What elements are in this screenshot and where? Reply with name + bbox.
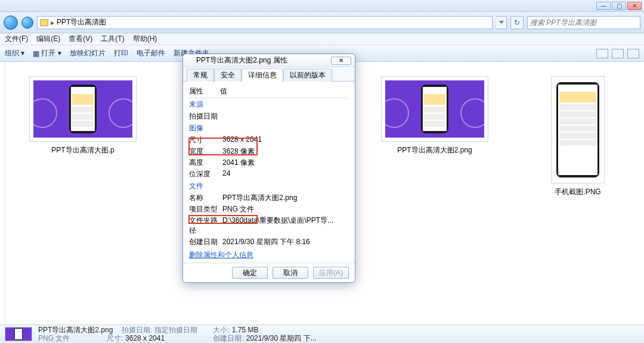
prop-val: 2041 像素	[222, 158, 349, 168]
menu-bar: 文件(F) 编辑(E) 查看(V) 工具(T) 帮助(H)	[0, 33, 644, 45]
tab-security[interactable]: 安全	[214, 68, 242, 82]
section-origin: 来源	[189, 98, 349, 111]
breadcrumb-folder[interactable]: PPT导出高清图	[57, 17, 106, 27]
dialog-close-button[interactable]: ✕	[331, 57, 351, 65]
address-bar[interactable]: ▸ PPT导出高清图	[37, 16, 493, 29]
window-titlebar: — ▢ ✕	[0, 0, 644, 12]
prop-val	[222, 111, 349, 121]
file-item[interactable]: 手机截图.PNG	[524, 76, 631, 197]
menu-edit[interactable]: 编辑(E)	[36, 34, 60, 44]
prop-key: 高度	[189, 158, 222, 168]
window-maximize-button[interactable]: ▢	[612, 2, 626, 10]
menu-view[interactable]: 查看(V)	[69, 34, 92, 44]
window-minimize-button[interactable]: —	[596, 2, 611, 10]
details-dim-val: 3628 x 2041	[125, 334, 165, 342]
toolbar-print[interactable]: 打印	[114, 48, 128, 58]
breadcrumb-sep-icon: ▸	[51, 18, 54, 27]
prop-val: 3628 像素	[222, 146, 349, 157]
details-created-val: 2021/9/30 星期四 下...	[246, 334, 317, 342]
prop-key: 拍摄日期	[189, 111, 222, 121]
menu-help[interactable]: 帮助(H)	[133, 34, 157, 44]
dialog-title: PPT导出高清大图2.png 属性	[196, 55, 287, 66]
folder-icon	[40, 19, 48, 26]
navigation-bar: ▸ PPT导出高清图 ↻	[0, 12, 644, 33]
help-button[interactable]	[627, 49, 639, 58]
preview-pane-button[interactable]	[612, 49, 624, 58]
col-value: 值	[220, 86, 227, 96]
details-filename: PPT导出高清大图2.png	[38, 326, 113, 334]
properties-dialog: PPT导出高清大图2.png 属性 ✕ 常规 安全 详细信息 以前的版本 属性值…	[182, 54, 355, 283]
details-thumbnail	[5, 327, 32, 341]
prop-val: PNG 文件	[222, 204, 349, 214]
col-property: 属性	[189, 86, 203, 96]
file-name: 手机截图.PNG	[524, 187, 631, 197]
cancel-button[interactable]: 取消	[273, 267, 308, 279]
address-dropdown-button[interactable]	[496, 16, 507, 29]
prop-val: PPT导出高清大图2.png	[222, 193, 349, 203]
search-input[interactable]	[527, 16, 640, 29]
details-size-key: 大小:	[213, 326, 229, 334]
prop-key: 尺寸	[189, 135, 222, 145]
details-pane: PPT导出高清大图2.png 拍摄日期: 指定拍摄日期 PNG 文件 尺寸: 3…	[0, 325, 644, 343]
file-item[interactable]: PPT导出高清大图.p	[29, 76, 137, 155]
menu-file[interactable]: 文件(F)	[5, 34, 28, 44]
prop-val: 2021/9/30 星期四 下午 8:16	[222, 237, 349, 247]
nav-back-button[interactable]	[4, 15, 18, 30]
section-image: 图像	[189, 122, 349, 135]
image-icon	[187, 58, 194, 64]
section-file: 文件	[189, 180, 349, 192]
details-size-val: 1.75 MB	[232, 326, 259, 334]
prop-key: 宽度	[189, 146, 222, 157]
ok-button[interactable]: 确定	[232, 267, 268, 279]
file-name: PPT导出高清大图2.png	[381, 145, 488, 155]
file-item[interactable]: PPT导出高清大图2.png	[381, 76, 488, 155]
dialog-tabs: 常规 安全 详细信息 以前的版本	[183, 68, 355, 82]
tab-versions[interactable]: 以前的版本	[283, 68, 332, 82]
prop-key: 文件夹路径	[189, 216, 222, 236]
chevron-down-icon	[499, 21, 504, 24]
details-type: PNG 文件	[38, 334, 70, 342]
details-created-key: 创建日期:	[213, 334, 243, 342]
prop-key: 项目类型	[189, 204, 222, 214]
nav-forward-button[interactable]	[21, 17, 33, 29]
toolbar-organize[interactable]: 组织 ▾	[5, 48, 24, 58]
details-shotdate-val[interactable]: 指定拍摄日期	[154, 326, 197, 334]
details-shotdate-key: 拍摄日期:	[122, 326, 152, 334]
file-name: PPT导出高清大图.p	[29, 145, 137, 155]
toolbar-email[interactable]: 电子邮件	[137, 48, 165, 58]
prop-key: 位深度	[189, 169, 222, 179]
menu-tools[interactable]: 工具(T)	[101, 34, 124, 44]
tab-general[interactable]: 常规	[187, 68, 214, 82]
prop-key: 创建日期	[189, 237, 222, 247]
prop-val: 24	[222, 169, 349, 179]
details-dim-key: 尺寸:	[107, 334, 123, 342]
refresh-button[interactable]: ↻	[510, 16, 524, 29]
properties-list[interactable]: 属性值 来源 拍摄日期 图像 尺寸3628 x 2041 宽度3628 像素 高…	[183, 82, 355, 248]
remove-properties-link[interactable]: 删除属性和个人信息	[183, 248, 355, 263]
view-options-button[interactable]	[596, 49, 608, 58]
window-close-button[interactable]: ✕	[627, 2, 642, 10]
prop-key: 名称	[189, 193, 222, 203]
apply-button[interactable]: 应用(A)	[313, 267, 349, 279]
tab-details[interactable]: 详细信息	[242, 68, 283, 82]
navigation-sidebar: 收藏夹 下载 桌面 最近访问的位置 库 视频 图片 文档 迅雷下载 音乐 计算机…	[0, 62, 5, 325]
toolbar-open[interactable]: ▦ 打开 ▾	[33, 48, 61, 58]
prop-val: 3628 x 2041	[222, 135, 349, 145]
toolbar-slideshow[interactable]: 放映幻灯片	[70, 48, 106, 58]
prop-val: D:\360data\重要数据\桌面\PPT导...	[222, 216, 349, 236]
